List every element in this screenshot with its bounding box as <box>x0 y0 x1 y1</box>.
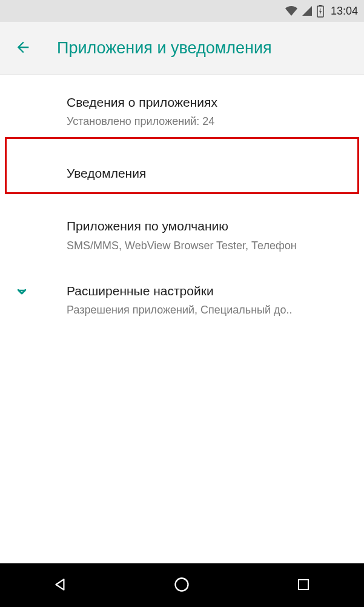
item-title: Приложения по умолчанию <box>67 217 352 235</box>
status-time: 13:04 <box>331 5 358 18</box>
item-app-info[interactable]: Сведения о приложениях Установлено прило… <box>0 79 364 144</box>
square-recent-icon <box>296 577 311 594</box>
back-button[interactable] <box>11 36 35 61</box>
circle-home-icon <box>173 576 190 595</box>
item-subtitle: SMS/MMS, WebView Browser Tester, Телефон <box>67 239 352 253</box>
item-default-apps[interactable]: Приложения по умолчанию SMS/MMS, WebView… <box>0 203 364 267</box>
app-bar: Приложения и уведомления <box>0 22 364 75</box>
arrow-left-icon <box>15 39 31 58</box>
chevron-down-icon <box>15 284 29 301</box>
navigation-bar <box>0 563 364 607</box>
nav-recent-button[interactable] <box>279 570 328 600</box>
triangle-back-icon <box>53 577 68 594</box>
nav-back-button[interactable] <box>36 570 85 600</box>
svg-point-2 <box>176 578 188 591</box>
status-bar: 13:04 <box>0 0 364 22</box>
svg-rect-1 <box>319 5 322 6</box>
item-title: Сведения о приложениях <box>67 93 352 111</box>
svg-rect-3 <box>299 580 308 589</box>
settings-list: Сведения о приложениях Установлено прило… <box>0 75 364 332</box>
nav-home-button[interactable] <box>157 570 206 600</box>
battery-charging-icon <box>316 4 325 18</box>
item-notifications[interactable]: Уведомления <box>0 144 364 203</box>
item-subtitle: Установлено приложений: 24 <box>67 115 352 129</box>
wifi-icon <box>285 5 298 16</box>
item-subtitle: Разрешения приложений, Специальный до.. <box>67 303 352 317</box>
page-title: Приложения и уведомления <box>57 39 272 58</box>
cell-signal-icon <box>302 5 313 16</box>
item-title: Уведомления <box>67 164 352 182</box>
item-title: Расширенные настройки <box>67 282 352 300</box>
item-advanced[interactable]: Расширенные настройки Разрешения приложе… <box>0 267 364 332</box>
